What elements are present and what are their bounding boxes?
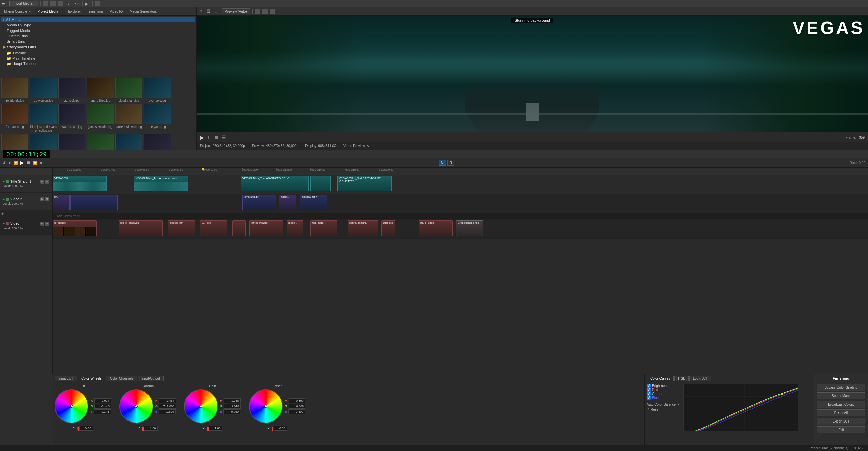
preview-settings-icon[interactable]: ⚙ <box>199 9 205 14</box>
checkbox-brightness[interactable] <box>647 384 651 388</box>
gain-b-val[interactable]: 0.960 <box>223 409 240 414</box>
gamma-y-thumb[interactable] <box>142 427 144 431</box>
solo-icon-1[interactable]: S <box>45 197 49 201</box>
offset-y-track[interactable] <box>272 427 272 430</box>
gamma-y-val[interactable]: 1.00 <box>144 426 158 431</box>
clip-photo-3[interactable]: claudia-lam <box>168 220 195 236</box>
exit-btn[interactable]: Exit <box>817 426 865 433</box>
track-expand-0[interactable]: ▶ <box>3 180 5 183</box>
tree-item-all-media[interactable]: ▶ All Media <box>1 17 195 22</box>
checkbox-blue[interactable] <box>647 396 651 400</box>
stop-button[interactable]: ⏹ <box>214 135 219 140</box>
offset-g-val[interactable]: 0.008 <box>289 404 305 409</box>
gamma-y-track[interactable] <box>142 427 143 430</box>
ripple-edit-tool[interactable]: R <box>447 160 454 166</box>
offset-b-val[interactable]: 0.400 <box>288 409 305 414</box>
reset-all-btn[interactable]: Reset All <box>817 409 865 416</box>
tab-media-generators[interactable]: Media Generators <box>127 8 159 15</box>
bezier-mask-btn[interactable]: Bézier Mask <box>817 392 865 399</box>
auto-color-balance[interactable]: Auto Color Balance ▼ <box>647 403 680 406</box>
offset-r-val[interactable]: -0.300 <box>289 398 305 403</box>
clip-photo-11[interactable]: ruud-luijten <box>419 220 453 236</box>
checkbox-green[interactable] <box>647 392 651 396</box>
clip-photo-6[interactable]: james-zwadlo <box>249 220 283 236</box>
preview-split-icon[interactable]: ⊞ <box>214 9 220 14</box>
clip-video2-2[interactable] <box>70 195 118 210</box>
tab-hsl[interactable]: HSL <box>674 376 688 381</box>
media-item-17[interactable]: ruud-luijten.jpg <box>144 134 171 150</box>
tab-explorer[interactable]: Explorer <box>66 8 84 15</box>
stop-transport[interactable]: ⏹ <box>26 160 31 165</box>
clip-photo-9[interactable]: sourav-mishra <box>348 220 378 236</box>
clip-photo-1[interactable]: fer-nando <box>53 220 97 236</box>
tab-look-lut[interactable]: Look LUT <box>689 376 711 381</box>
open-icon[interactable] <box>50 1 56 6</box>
clip-video2-3[interactable]: james-zwadlo <box>242 195 276 210</box>
gain-y-thumb[interactable] <box>207 427 209 431</box>
clip-photo-5[interactable] <box>232 220 246 236</box>
offset-y-thumb[interactable] <box>272 427 273 431</box>
tree-item-main-timeline[interactable]: 📁 Main Timeline <box>5 56 195 61</box>
settings-icon[interactable] <box>95 1 100 6</box>
clip-photo-10[interactable]: Dissolve <box>381 220 395 236</box>
tab-mixing-close[interactable]: ✕ <box>28 9 31 13</box>
export-lut-btn[interactable]: Export LUT <box>817 418 865 425</box>
tree-item-haupt-timeline[interactable]: 📁 Haupt-Timeline <box>5 61 195 66</box>
tab-project-media[interactable]: Project Media ✕ <box>35 8 65 15</box>
mute-icon-0[interactable]: M <box>40 180 44 184</box>
lift-y-val[interactable]: 0.00 <box>79 426 93 431</box>
curves-svg[interactable] <box>683 384 798 431</box>
loop-icon[interactable]: ↺ <box>3 161 6 165</box>
lift-r-val[interactable]: 0.024 <box>94 398 111 403</box>
tab-transitions[interactable]: Transitions <box>84 8 106 15</box>
tree-item-timeline[interactable]: 📁 Timeline <box>5 50 195 56</box>
play-transport[interactable]: ▶ <box>20 160 24 165</box>
tab-color-wheels[interactable]: Color Wheels <box>78 376 105 381</box>
tab-mixing-console[interactable]: Mixing Console ✕ <box>1 8 34 15</box>
redo-icon[interactable]: ↪ <box>75 1 80 6</box>
preview-area[interactable]: Stunning background 12:29 <box>197 16 868 132</box>
solo-icon-0[interactable]: S <box>45 180 49 184</box>
media-item-3[interactable]: andre-filipe.jpg <box>87 78 114 103</box>
gamma-g-val[interactable]: 744.000 <box>159 404 176 409</box>
tab-project-media-close[interactable]: ✕ <box>60 9 62 13</box>
broadcast-colors-btn[interactable]: Broadcast Colors <box>817 401 865 408</box>
lift-y-track[interactable] <box>77 427 78 430</box>
list-button[interactable]: ☰ <box>222 135 226 140</box>
clip-title-4[interactable] <box>310 176 331 191</box>
tree-item-smart-bins[interactable]: Smart Bins <box>5 39 195 44</box>
play-icon[interactable]: ▶ <box>85 1 90 6</box>
media-item-9[interactable]: james-zwadlo.jpg <box>87 104 114 133</box>
offset-y-val[interactable]: 0.00 <box>274 426 287 431</box>
media-item-0[interactable]: 19-friends.jpg <box>1 78 28 103</box>
clip-photo-7[interactable]: maso... <box>287 220 303 236</box>
clip-gradationsblende[interactable]: Gradationsblende <box>456 220 483 236</box>
track-expand-1[interactable]: ▶ <box>3 198 5 201</box>
mute-icon-1[interactable]: M <box>40 197 44 201</box>
tab-color-curves[interactable]: Color Curves <box>647 376 674 381</box>
pause-button[interactable]: ⏸ <box>207 135 212 140</box>
wheel-offset-control[interactable] <box>249 389 283 423</box>
clip-title-3[interactable]: VEGAS Titles_Text ADVANCED COLO... <box>241 176 309 191</box>
undo-icon[interactable]: ↩ <box>67 1 73 6</box>
preview-mode-select[interactable]: Preview (Auto) <box>222 8 250 14</box>
lift-g-val[interactable]: -0.143 <box>94 404 111 409</box>
bypass-color-grading-btn[interactable]: Bypass Color Grading <box>817 384 865 391</box>
timeline-ruler[interactable]: 00:00:02;00 00:00:04;00 00:00:06;00 00:0… <box>53 168 868 175</box>
tab-input-output[interactable]: Input/Output <box>138 376 164 381</box>
add-video-track[interactable]: + Add video track <box>53 213 868 220</box>
video-preview-close[interactable]: Video Preview ✕ <box>343 144 369 148</box>
play-button[interactable]: ▶ <box>200 134 204 141</box>
track-expand-2[interactable]: ▶ <box>3 222 5 225</box>
media-item-5[interactable]: evor-cole.jpg <box>144 78 171 103</box>
gamma-b-val[interactable]: 1.629 <box>159 409 176 414</box>
rewind-start[interactable]: ⏮ <box>8 161 12 165</box>
gain-y-val[interactable]: 1.00 <box>209 426 222 431</box>
gain-y-track[interactable] <box>207 427 208 430</box>
solo-icon-2[interactable]: S <box>45 222 49 226</box>
gain-g-val[interactable]: 1.018 <box>224 404 241 409</box>
clip-title-5[interactable]: VEGAS Titles_Text EASY-TO-USE VIGNETTES <box>337 176 392 191</box>
clip-title-2[interactable]: VEGAS Titles_Text Advanced color... <box>134 176 188 191</box>
normal-edit-tool[interactable]: N <box>439 160 446 166</box>
wheel-gain-control[interactable] <box>184 389 218 423</box>
